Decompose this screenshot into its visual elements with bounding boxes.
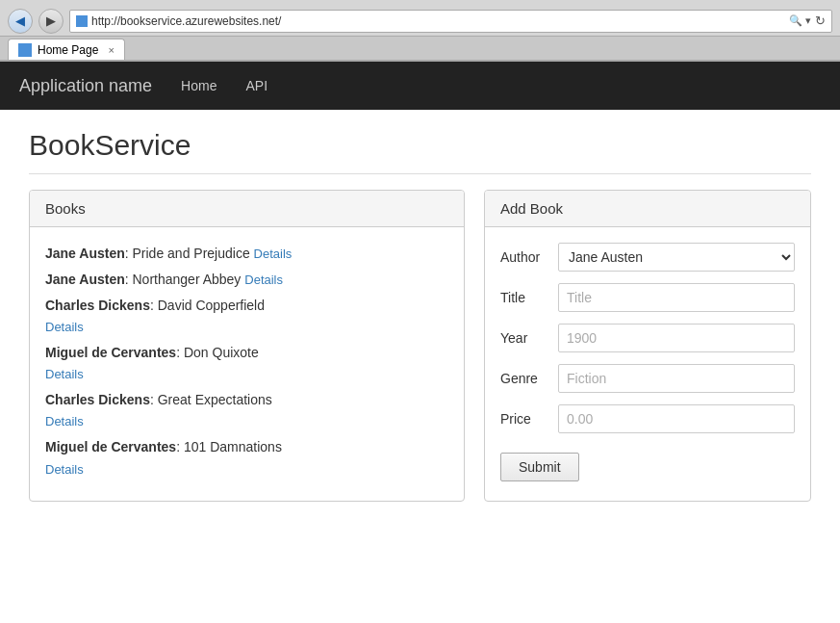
add-book-form: Author Jane Austen Charles Dickens Migue… (485, 227, 810, 501)
book-author-2: Charles Dickens (45, 298, 150, 313)
search-button[interactable]: 🔍 ▾ (789, 14, 811, 27)
forward-button[interactable]: ▶ (38, 9, 64, 34)
book-entry-0: Jane Austen: Pride and Prejudice Details (45, 243, 448, 265)
submit-button[interactable]: Submit (500, 453, 579, 481)
url-input[interactable] (91, 14, 785, 28)
book-title-3: : Don Quixote (176, 345, 259, 360)
genre-row: Genre (500, 364, 795, 393)
year-input[interactable] (558, 324, 795, 352)
details-link-2[interactable]: Details (45, 320, 84, 334)
tab-bar: Home Page × (0, 37, 840, 62)
tab-home-page[interactable]: Home Page × (8, 39, 125, 60)
add-book-panel-header: Add Book (485, 191, 810, 227)
add-book-panel: Add Book Author Jane Austen Charles Dick… (484, 190, 811, 502)
title-label: Title (500, 290, 558, 305)
year-row: Year (500, 324, 795, 352)
author-row: Author Jane Austen Charles Dickens Migue… (500, 243, 795, 272)
price-label: Price (500, 411, 558, 427)
browser-chrome: ◀ ▶ 🔍 ▾ ↻ (0, 0, 840, 37)
genre-label: Genre (500, 371, 558, 386)
page-title: BookService (29, 129, 811, 174)
book-title-2: : David Copperfield (150, 298, 265, 313)
tab-label: Home Page (38, 43, 98, 57)
price-input[interactable] (558, 404, 795, 433)
details-link-0[interactable]: Details (254, 247, 293, 261)
book-author-1: Jane Austen (45, 272, 125, 287)
books-panel-header: Books (30, 191, 464, 227)
books-panel-body: Jane Austen: Pride and Prejudice Details… (30, 227, 464, 499)
book-author-0: Jane Austen (45, 246, 125, 261)
details-link-5[interactable]: Details (45, 462, 84, 477)
refresh-button[interactable]: ↻ (815, 13, 826, 28)
books-panel: Books Jane Austen: Pride and Prejudice D… (29, 190, 465, 502)
tab-close-button[interactable]: × (108, 44, 114, 56)
nav-link-home[interactable]: Home (181, 78, 216, 93)
panels: Books Jane Austen: Pride and Prejudice D… (29, 190, 811, 502)
year-label: Year (500, 330, 558, 346)
back-button[interactable]: ◀ (8, 9, 33, 34)
book-author-4: Charles Dickens (45, 392, 150, 407)
page-content: BookService Books Jane Austen: Pride and… (0, 110, 840, 623)
book-entry-5: Miguel de Cervantes: 101 Damnations Deta… (45, 436, 448, 480)
details-link-1[interactable]: Details (244, 273, 283, 287)
app-name: Application name (19, 76, 152, 96)
details-link-4[interactable]: Details (45, 414, 84, 428)
book-title-1: : Northanger Abbey (125, 272, 245, 287)
title-input[interactable] (558, 283, 795, 312)
book-entry-1: Jane Austen: Northanger Abbey Details (45, 269, 448, 291)
book-title-5: : 101 Damnations (176, 439, 282, 454)
book-title-4: : Great Expectations (150, 392, 272, 407)
book-author-3: Miguel de Cervantes (45, 345, 176, 360)
app-navbar: Application name Home API (0, 62, 840, 110)
book-entry-3: Miguel de Cervantes: Don Quixote Details (45, 342, 448, 385)
address-bar: 🔍 ▾ ↻ (69, 10, 832, 33)
book-title-0: : Pride and Prejudice (125, 246, 254, 261)
favicon-icon (76, 15, 88, 27)
book-author-5: Miguel de Cervantes (45, 439, 176, 454)
tab-icon (18, 43, 32, 57)
price-row: Price (500, 404, 795, 433)
book-entry-2: Charles Dickens: David Copperfield Detai… (45, 295, 448, 338)
title-row: Title (500, 283, 795, 312)
genre-input[interactable] (558, 364, 795, 393)
author-select[interactable]: Jane Austen Charles Dickens Miguel de Ce… (558, 243, 795, 272)
book-entry-4: Charles Dickens: Great Expectations Deta… (45, 389, 448, 432)
nav-link-api[interactable]: API (245, 78, 267, 93)
author-label: Author (500, 249, 558, 265)
details-link-3[interactable]: Details (45, 367, 84, 381)
